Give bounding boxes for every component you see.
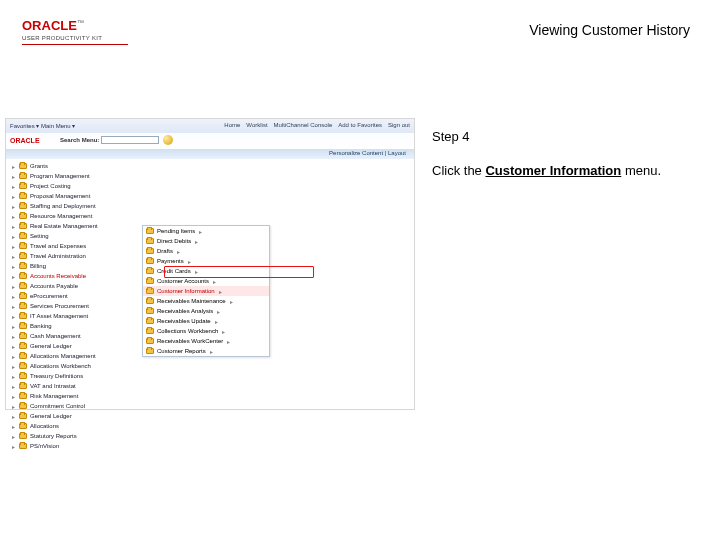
tree-item[interactable]: ▸General Ledger <box>10 341 140 351</box>
caret-icon: ▸ <box>10 223 16 230</box>
tree-item-label: General Ledger <box>30 343 72 349</box>
tree-item[interactable]: ▸Cash Management <box>10 331 140 341</box>
flyout-item[interactable]: Receivables Maintenance▸ <box>143 296 269 306</box>
caret-icon: ▸ <box>10 173 16 180</box>
caret-icon: ▸ <box>10 263 16 270</box>
oracle-logo-suffix: ™ <box>77 19 84 26</box>
tree-item[interactable]: ▸Staffing and Deployment <box>10 201 140 211</box>
tree-item[interactable]: ▸eProcurement <box>10 291 140 301</box>
tree-item[interactable]: ▸Accounts Receivable <box>10 271 140 281</box>
caret-icon: ▸ <box>209 348 214 355</box>
tree-item[interactable]: ▸Real Estate Management <box>10 221 140 231</box>
flyout-item[interactable]: Payments▸ <box>143 256 269 266</box>
caret-icon: ▸ <box>10 403 16 410</box>
flyout-item[interactable]: Collections Workbench▸ <box>143 326 269 336</box>
tree-item-label: eProcurement <box>30 293 68 299</box>
search-go-icon[interactable] <box>163 135 173 145</box>
flyout-item[interactable]: Customer Accounts▸ <box>143 276 269 286</box>
folder-icon <box>19 413 27 419</box>
flyout-item[interactable]: Customer Reports▸ <box>143 346 269 356</box>
flyout-item[interactable]: Pending Items▸ <box>143 226 269 236</box>
flyout-item[interactable]: Receivables Update▸ <box>143 316 269 326</box>
menu-search: Search Menu: <box>60 135 408 147</box>
caret-icon: ▸ <box>10 163 16 170</box>
caret-icon: ▸ <box>198 228 203 235</box>
flyout-item-label: Receivables Maintenance <box>157 298 226 304</box>
tree-item[interactable]: ▸Travel and Expenses <box>10 241 140 251</box>
tree-item[interactable]: ▸Statutory Reports <box>10 431 140 441</box>
nav-signout[interactable]: Sign out <box>388 122 410 128</box>
brand-divider <box>22 44 128 45</box>
flyout-item[interactable]: Receivables WorkCenter▸ <box>143 336 269 346</box>
flyout-item[interactable]: Direct Debits▸ <box>143 236 269 246</box>
nav-home[interactable]: Home <box>224 122 240 128</box>
nav-mcc[interactable]: MultiChannel Console <box>274 122 333 128</box>
tree-item[interactable]: ▸Risk Management <box>10 391 140 401</box>
tree-item[interactable]: ▸VAT and Intrastat <box>10 381 140 391</box>
tree-item[interactable]: ▸IT Asset Management <box>10 311 140 321</box>
tree-item[interactable]: ▸Allocations Workbench <box>10 361 140 371</box>
tree-item[interactable]: ▸Program Management <box>10 171 140 181</box>
folder-icon <box>19 163 27 169</box>
caret-icon: ▸ <box>194 268 199 275</box>
tree-item-label: Allocations <box>30 423 59 429</box>
caret-icon: ▸ <box>10 363 16 370</box>
tree-item[interactable]: ▸Setting <box>10 231 140 241</box>
tree-item[interactable]: ▸Proposal Management <box>10 191 140 201</box>
tree-item[interactable]: ▸Travel Administration <box>10 251 140 261</box>
folder-icon <box>19 223 27 229</box>
tree-item[interactable]: ▸Banking <box>10 321 140 331</box>
tree-item[interactable]: ▸Treasury Definitions <box>10 371 140 381</box>
nav-favorites[interactable]: Add to Favorites <box>338 122 382 128</box>
tree-item[interactable]: ▸General Ledger <box>10 411 140 421</box>
tree-item[interactable]: ▸Accounts Payable <box>10 281 140 291</box>
flyout-item[interactable]: Drafts▸ <box>143 246 269 256</box>
tree-item[interactable]: ▸Billing <box>10 261 140 271</box>
caret-icon: ▸ <box>194 238 199 245</box>
tree-item-label: Treasury Definitions <box>30 373 83 379</box>
caret-icon: ▸ <box>10 383 16 390</box>
folder-icon <box>146 318 154 324</box>
breadcrumb-menus[interactable]: Favorites ▾ Main Menu ▾ <box>10 122 75 129</box>
tree-item-label: Staffing and Deployment <box>30 203 96 209</box>
tree-item-label: Real Estate Management <box>30 223 98 229</box>
flyout-item-label: Direct Debits <box>157 238 191 244</box>
folder-icon <box>19 243 27 249</box>
caret-icon: ▸ <box>10 333 16 340</box>
tree-item[interactable]: ▸Allocations <box>10 421 140 431</box>
top-strip: Favorites ▾ Main Menu ▾ Home Worklist Mu… <box>6 119 414 133</box>
folder-icon <box>146 238 154 244</box>
tree-item[interactable]: ▸PS/nVision <box>10 441 140 451</box>
tree-item[interactable]: ▸Grants <box>10 161 140 171</box>
tree-item[interactable]: ▸Commitment Control <box>10 401 140 411</box>
folder-icon <box>19 383 27 389</box>
caret-icon: ▸ <box>10 353 16 360</box>
caret-icon: ▸ <box>10 193 16 200</box>
personalize-link[interactable]: Personalize Content | Layout <box>329 150 406 156</box>
tree-item[interactable]: ▸Services Procurement <box>10 301 140 311</box>
flyout-item-label: Credit Cards <box>157 268 191 274</box>
tree-item-label: Grants <box>30 163 48 169</box>
folder-icon <box>19 283 27 289</box>
caret-icon: ▸ <box>10 233 16 240</box>
flyout-item[interactable]: Credit Cards▸ <box>143 266 269 276</box>
caret-icon: ▸ <box>10 213 16 220</box>
tree-item-label: Banking <box>30 323 52 329</box>
tree-item[interactable]: ▸Allocations Management <box>10 351 140 361</box>
flyout-item[interactable]: Receivables Analysis▸ <box>143 306 269 316</box>
tree-item[interactable]: ▸Project Costing <box>10 181 140 191</box>
folder-icon <box>19 403 27 409</box>
search-input[interactable] <box>101 136 159 144</box>
caret-icon: ▸ <box>216 308 221 315</box>
flyout-item-label: Drafts <box>157 248 173 254</box>
flyout-item-label: Collections Workbench <box>157 328 218 334</box>
tree-item-label: Allocations Management <box>30 353 96 359</box>
caret-icon: ▸ <box>176 248 181 255</box>
nav-worklist[interactable]: Worklist <box>246 122 267 128</box>
tree-item[interactable]: ▸Resource Management <box>10 211 140 221</box>
flyout-item-customer-information[interactable]: Customer Information▸ <box>143 286 269 296</box>
folder-icon <box>19 393 27 399</box>
caret-icon: ▸ <box>212 278 217 285</box>
tree-item-label: Allocations Workbench <box>30 363 91 369</box>
folder-icon <box>146 338 154 344</box>
